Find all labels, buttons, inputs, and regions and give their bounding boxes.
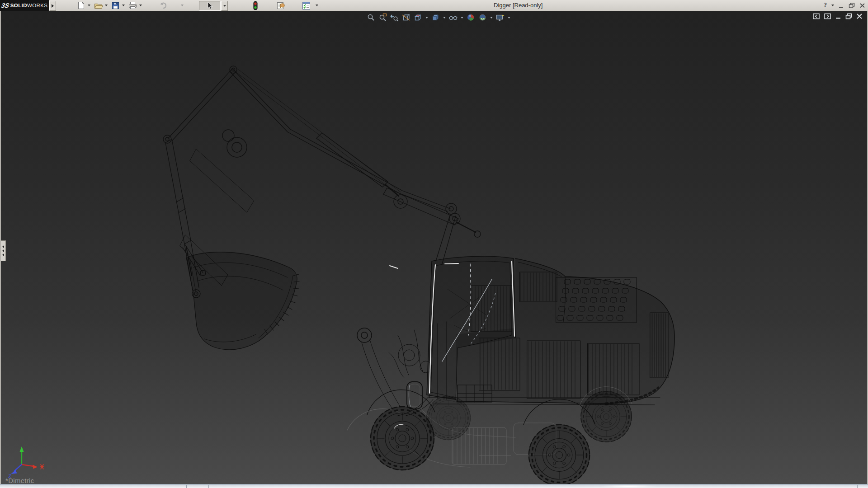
body-group[interactable] — [357, 258, 675, 425]
new-document-button[interactable] — [76, 1, 86, 10]
undo-arrow-icon — [159, 1, 168, 9]
stop-light-button[interactable] — [250, 1, 260, 10]
magnifier-icon — [367, 13, 375, 22]
undo-dropdown[interactable] — [179, 1, 185, 10]
rebuild-sheet-icon — [276, 1, 286, 10]
edit-appearance-button[interactable] — [465, 13, 476, 22]
chevron-down-icon — [223, 5, 226, 7]
solidworks-logo-glyph: 3S — [0, 2, 10, 9]
brand-solid: SOLID — [10, 3, 27, 8]
chevron-down-icon — [181, 5, 184, 6]
save-button[interactable] — [110, 1, 120, 10]
close-icon[interactable] — [856, 13, 863, 19]
cursor-arrow-icon — [206, 2, 213, 10]
floppy-disk-icon — [112, 2, 119, 9]
restore-icon[interactable] — [849, 3, 855, 8]
new-page-icon — [77, 1, 85, 9]
help-dropdown-icon[interactable] — [831, 5, 834, 6]
orientation-cube-icon — [413, 13, 422, 22]
x-axis-label-star — [40, 465, 44, 469]
chevron-down-icon — [88, 5, 90, 6]
brand-works: WORKS — [27, 3, 47, 8]
left-arrow-icon — [2, 249, 4, 252]
traffic-light-icon — [253, 1, 258, 10]
apply-scene-button[interactable] — [477, 13, 488, 22]
help-icon[interactable]: ? — [824, 2, 827, 9]
options-dropdown[interactable] — [314, 1, 320, 10]
rebuild-button[interactable] — [275, 1, 287, 10]
minimize-icon[interactable] — [839, 3, 844, 8]
heads-up-view-toolbar — [365, 13, 511, 22]
status-divider — [857, 485, 858, 488]
x-axis-arrow — [33, 465, 38, 469]
save-dropdown[interactable] — [120, 1, 126, 10]
orientation-triad: Z — [4, 443, 47, 478]
open-button[interactable] — [93, 1, 103, 10]
chevron-down-icon — [461, 17, 463, 19]
print-button[interactable] — [127, 1, 137, 10]
zoom-to-fit-button[interactable] — [365, 13, 376, 22]
apply-scene-dropdown[interactable] — [489, 13, 494, 22]
restore-icon[interactable] — [845, 13, 852, 19]
chevron-down-icon — [425, 17, 428, 19]
titlebar[interactable]: 3S SOLID WORKS — [0, 0, 868, 11]
chevron-down-icon — [105, 5, 108, 6]
open-dropdown[interactable] — [103, 1, 109, 10]
close-icon[interactable] — [859, 3, 865, 8]
scene-globe-icon — [478, 13, 487, 22]
section-cube-icon — [401, 13, 410, 22]
menu-expander-button[interactable] — [49, 1, 56, 11]
open-folder-icon — [94, 1, 103, 9]
back-arrow-magnifier-icon — [390, 13, 399, 22]
status-divider — [208, 485, 209, 488]
left-arrow-icon — [2, 245, 4, 248]
status-divider — [111, 485, 111, 488]
left-arrow-icon — [2, 253, 4, 256]
view-settings-button[interactable] — [495, 13, 505, 22]
status-divider — [186, 485, 187, 488]
printer-icon — [128, 1, 137, 9]
options-checklist-icon — [302, 1, 311, 10]
view-orientation-button[interactable] — [412, 13, 423, 22]
pane-left-icon[interactable] — [813, 13, 820, 19]
solidworks-window: 3S SOLID WORKS — [0, 0, 868, 488]
wireframe-excavator-model[interactable] — [1, 11, 867, 484]
eyeglasses-icon — [448, 13, 458, 22]
y-axis-arrow — [20, 446, 24, 452]
zoom-to-area-button[interactable] — [377, 13, 388, 22]
solidworks-logo: 3S SOLID WORKS — [0, 0, 49, 11]
print-dropdown[interactable] — [137, 1, 143, 10]
chevron-down-icon — [122, 5, 125, 6]
select-tool-dropdown[interactable] — [221, 1, 228, 11]
display-style-button[interactable] — [430, 13, 441, 22]
select-tool-button[interactable] — [199, 1, 221, 11]
graphics-viewport[interactable]: Z *Dimetric — [0, 11, 868, 484]
feature-pane-expander[interactable] — [1, 240, 6, 261]
chevron-down-icon — [316, 5, 318, 6]
titlebar-controls: ? — [824, 0, 865, 11]
hide-show-items-button[interactable] — [448, 13, 458, 22]
previous-view-button[interactable] — [389, 13, 400, 22]
pane-right-icon[interactable] — [824, 13, 831, 19]
document-window-controls — [813, 13, 863, 19]
view-orientation-label: *Dimetric — [5, 477, 34, 484]
minimize-icon[interactable] — [835, 13, 841, 19]
new-document-dropdown[interactable] — [86, 1, 92, 10]
view-orientation-dropdown[interactable] — [424, 13, 429, 22]
window-title: Digger [Read-only] — [494, 0, 542, 11]
undo-button[interactable] — [158, 1, 168, 10]
view-settings-dropdown[interactable] — [506, 13, 511, 22]
color-sphere-icon — [467, 13, 475, 22]
section-view-button[interactable] — [401, 13, 411, 22]
chevron-down-icon — [139, 5, 142, 6]
chevron-down-icon — [443, 17, 446, 19]
display-style-dropdown[interactable] — [442, 13, 447, 22]
options-button[interactable] — [300, 1, 312, 10]
hide-show-items-dropdown[interactable] — [459, 13, 464, 22]
chevron-down-icon — [490, 17, 493, 19]
right-arrow-icon — [52, 4, 54, 8]
z-axis-arrow — [11, 470, 17, 474]
monitor-icon — [495, 13, 505, 22]
status-bar-glow — [601, 485, 656, 488]
bucket-group[interactable] — [183, 241, 299, 350]
